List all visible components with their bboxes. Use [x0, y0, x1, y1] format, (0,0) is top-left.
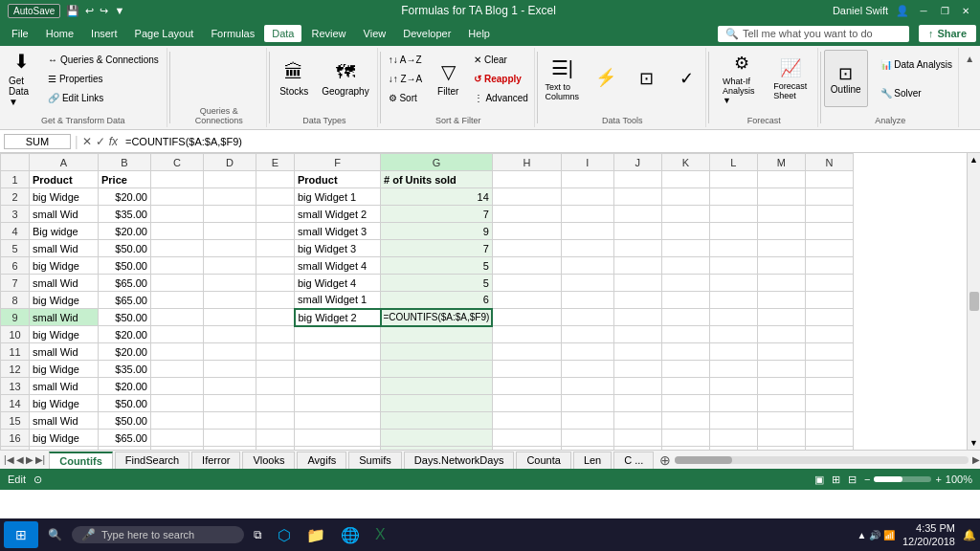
cell-b6[interactable]: $50.00	[99, 257, 151, 275]
cell-b11[interactable]: $20.00	[99, 343, 151, 361]
row-header-12[interactable]: 12	[1, 361, 30, 378]
zoom-out-button[interactable]: −	[864, 474, 870, 485]
view-preview-button[interactable]: ⊟	[848, 474, 857, 486]
cell-f3[interactable]: small Widget 2	[295, 206, 381, 223]
scrollbar-thumb[interactable]	[675, 456, 732, 464]
cell-f5[interactable]: big Widget 3	[295, 240, 381, 257]
cell-h1[interactable]	[492, 171, 561, 188]
ribbon-collapse-button[interactable]: ▲	[963, 52, 976, 66]
horizontal-scrollbar[interactable]	[675, 456, 969, 464]
cell-l1[interactable]	[709, 171, 757, 188]
row-header-3[interactable]: 3	[1, 206, 30, 223]
taskbar-search[interactable]: 🎤 Type here to search	[72, 526, 244, 543]
stocks-button[interactable]: 🏛 Stocks	[274, 50, 314, 107]
menu-view[interactable]: View	[356, 25, 394, 42]
cell-b2[interactable]: $20.00	[99, 188, 151, 206]
formula-input[interactable]	[122, 135, 976, 148]
tab-nav-prev[interactable]: ◀	[16, 454, 24, 465]
row-header-13[interactable]: 13	[1, 378, 30, 395]
cell-a5[interactable]: small Wid	[30, 240, 99, 257]
cell-g1[interactable]: # of Units sold	[381, 171, 493, 188]
cell-f9[interactable]: big Widget 2	[295, 309, 381, 326]
cell-b15[interactable]: $50.00	[99, 412, 151, 430]
cell-b4[interactable]: $20.00	[99, 223, 151, 240]
cell-b1[interactable]: Price	[99, 171, 151, 188]
row-header-15[interactable]: 15	[1, 412, 30, 430]
notifications-button[interactable]: 🔔	[963, 529, 976, 541]
start-button[interactable]: ⊞	[4, 521, 38, 548]
cell-b12[interactable]: $35.00	[99, 361, 151, 378]
cell-c1[interactable]	[151, 171, 204, 188]
cell-g6[interactable]: 5	[381, 257, 493, 275]
col-header-f[interactable]: F	[295, 154, 381, 171]
search-button[interactable]: 🔍	[42, 521, 68, 548]
cell-i1[interactable]	[561, 171, 613, 188]
geography-button[interactable]: 🗺 Geography	[316, 50, 374, 107]
clear-button[interactable]: ✕ Clear	[469, 52, 533, 68]
row-header-14[interactable]: 14	[1, 395, 30, 412]
cell-a6[interactable]: big Widge	[30, 257, 99, 275]
confirm-formula-icon[interactable]: ✓	[96, 135, 105, 148]
cell-n1[interactable]	[805, 171, 853, 188]
get-data-button[interactable]: ⬇ GetData ▼	[3, 50, 41, 107]
sort-za-button[interactable]: ↓↑ Z→A	[384, 71, 428, 87]
cell-a4[interactable]: Big widge	[30, 223, 99, 240]
cell-g9[interactable]: =COUNTIFS($A:$A,$F9)	[381, 309, 493, 326]
edge-button[interactable]: ⬡	[272, 521, 297, 548]
flash-fill-button[interactable]: ⚡	[587, 50, 625, 107]
view-normal-button[interactable]: ▣	[814, 474, 824, 486]
sheet-tab-c[interactable]: C ...	[613, 452, 654, 469]
cell-b17[interactable]: $65.00	[99, 447, 151, 451]
text-to-columns-button[interactable]: ☰| Text toColumns	[540, 50, 586, 107]
col-header-a[interactable]: A	[30, 154, 99, 171]
row-header-10[interactable]: 10	[1, 326, 30, 343]
name-box[interactable]	[4, 134, 71, 149]
col-header-c[interactable]: C	[151, 154, 204, 171]
row-header-9[interactable]: 9	[1, 309, 30, 326]
cell-b3[interactable]: $35.00	[99, 206, 151, 223]
explorer-button[interactable]: 📁	[301, 521, 331, 548]
row-header-6[interactable]: 6	[1, 257, 30, 275]
solver-button[interactable]: 🔧 Solver	[876, 85, 957, 101]
sort-button[interactable]: ⚙ Sort	[384, 90, 428, 106]
queries-connections-button[interactable]: ↔ Queries & Connections	[43, 52, 164, 68]
tab-nav-last[interactable]: ▶|	[35, 454, 46, 465]
cell-a15[interactable]: small Wid	[30, 412, 99, 430]
col-header-l[interactable]: L	[709, 154, 757, 171]
chrome-button[interactable]: 🌐	[335, 521, 366, 548]
sheet-tab-sumifs[interactable]: Sumifs	[348, 452, 402, 469]
tab-nav-first[interactable]: |◀	[4, 454, 14, 465]
cell-e1[interactable]	[256, 171, 295, 188]
cell-a12[interactable]: big Widge	[30, 361, 99, 378]
cell-g5[interactable]: 7	[381, 240, 493, 257]
remove-dupes-button[interactable]: ⊡	[627, 50, 665, 107]
vertical-scrollbar[interactable]: ▲ ▼	[967, 153, 980, 450]
sheet-tab-len[interactable]: Len	[573, 452, 612, 469]
filter-button[interactable]: ▽ Filter	[429, 50, 467, 107]
cancel-formula-icon[interactable]: ✕	[82, 135, 92, 148]
cell-g8[interactable]: 6	[381, 292, 493, 309]
sheet-tab-networkdays[interactable]: Days.NetworkDays	[404, 452, 515, 469]
advanced-button[interactable]: ⋮ Advanced	[469, 90, 533, 106]
row-header-1[interactable]: 1	[1, 171, 30, 188]
undo-icon[interactable]: ↩	[85, 5, 94, 17]
row-header-17[interactable]: 17	[1, 447, 30, 451]
col-header-h[interactable]: H	[492, 154, 561, 171]
cell-a16[interactable]: big Widge	[30, 430, 99, 447]
menu-insert[interactable]: Insert	[83, 25, 125, 42]
save-icon[interactable]: 💾	[66, 5, 79, 17]
profile-icon[interactable]: 👤	[896, 5, 909, 17]
col-header-n[interactable]: N	[805, 154, 853, 171]
col-header-g[interactable]: G	[381, 154, 493, 171]
sheet-tab-vlooks[interactable]: Vlooks	[242, 452, 295, 469]
scroll-right-button[interactable]: ▶	[972, 454, 980, 465]
menu-page-layout[interactable]: Page Layout	[127, 25, 202, 42]
validation-button[interactable]: ✓	[667, 50, 705, 107]
excel-pinned[interactable]: X	[369, 521, 391, 548]
tab-nav-next[interactable]: ▶	[26, 454, 33, 465]
cell-d1[interactable]	[204, 171, 256, 188]
row-header-11[interactable]: 11	[1, 343, 30, 361]
cell-b8[interactable]: $65.00	[99, 292, 151, 309]
dropdown-icon[interactable]: ▼	[114, 5, 124, 16]
zoom-slider[interactable]	[874, 476, 931, 482]
